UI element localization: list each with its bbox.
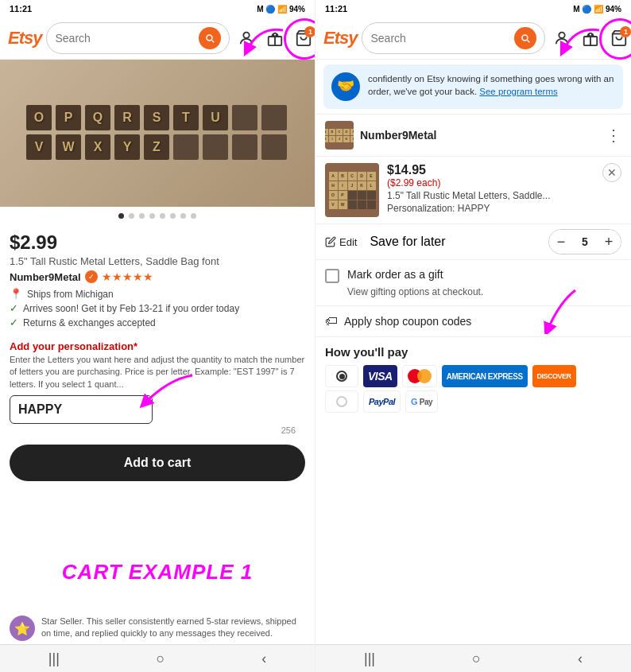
letter-o: O bbox=[26, 105, 52, 130]
letter-blank3 bbox=[173, 134, 199, 160]
left-cart-button[interactable]: 1 bbox=[292, 26, 316, 50]
product-title: 1.5" Tall Rustic Metal Letters, Saddle B… bbox=[10, 255, 305, 267]
cart-actions-row: Edit Save for later − 5 + bbox=[316, 224, 631, 260]
cart-item-details: $14.95 ($2.99 each) 1.5" Tall Rustic Met… bbox=[387, 163, 594, 214]
payment-icons-row2: PayPal G Pay bbox=[325, 390, 621, 413]
letter-v: V bbox=[26, 134, 52, 160]
right-nav-home-icon[interactable]: ○ bbox=[472, 651, 481, 667]
dot-6[interactable] bbox=[170, 213, 176, 219]
letter-blank2 bbox=[261, 105, 287, 130]
right-status-icons: M 🔵 📶 94% bbox=[573, 5, 621, 14]
banner-icon: 🤝 bbox=[331, 72, 360, 101]
banner-link[interactable]: See program terms bbox=[479, 87, 557, 96]
right-gift-button[interactable] bbox=[579, 26, 602, 50]
quantity-value: 5 bbox=[573, 235, 597, 248]
payment-section: How you'll pay VISA AMERICAN EXPRESS DIS… bbox=[316, 337, 631, 421]
right-search-input[interactable] bbox=[370, 32, 509, 45]
left-cart-badge: 1 bbox=[304, 26, 316, 37]
right-user-button[interactable] bbox=[550, 26, 574, 50]
remove-item-button[interactable]: ✕ bbox=[602, 163, 621, 182]
left-etsy-logo[interactable]: Etsy bbox=[8, 28, 41, 49]
dot-4[interactable] bbox=[149, 213, 155, 219]
left-search-button[interactable] bbox=[199, 27, 221, 49]
right-status-bar: 11:21 M 🔵 📶 94% bbox=[316, 0, 631, 17]
gift-checkbox[interactable] bbox=[325, 269, 339, 283]
letter-blank4 bbox=[203, 134, 228, 160]
personalization-title: Add your personalization* bbox=[10, 340, 305, 352]
add-to-cart-button[interactable]: Add to cart bbox=[10, 445, 305, 481]
right-etsy-logo[interactable]: Etsy bbox=[323, 28, 357, 49]
svg-point-3 bbox=[559, 33, 565, 38]
left-header: Etsy bbox=[0, 17, 315, 60]
dot-7[interactable] bbox=[180, 213, 186, 219]
search-icon bbox=[204, 33, 215, 44]
right-search-button[interactable] bbox=[514, 27, 536, 49]
gift-sublabel: View gifting options at checkout. bbox=[347, 286, 621, 297]
ships-from-text: Ships from Michigan bbox=[27, 289, 114, 300]
pay-discover[interactable]: DISCOVER bbox=[532, 365, 576, 387]
right-bottom-nav: ||| ○ ‹ bbox=[316, 644, 631, 672]
cart-price-sub: ($2.99 each) bbox=[387, 177, 594, 188]
pay-klarna-radio[interactable] bbox=[325, 365, 358, 387]
seller-menu-button[interactable]: ⋮ bbox=[606, 126, 621, 145]
gift-icon bbox=[266, 29, 284, 47]
pay-paypal[interactable]: PayPal bbox=[363, 390, 401, 413]
pay-other-radio[interactable] bbox=[325, 390, 358, 413]
personalization-input-display[interactable]: HAPPY bbox=[10, 395, 153, 424]
product-price: $2.99 bbox=[10, 231, 305, 254]
quantity-decrease[interactable]: − bbox=[549, 230, 573, 254]
left-status-bar: 11:21 M 🔵 📶 94% bbox=[0, 0, 315, 17]
cart-price-main: $14.95 bbox=[387, 163, 594, 177]
dot-1[interactable] bbox=[118, 213, 124, 219]
edit-button[interactable]: Edit bbox=[325, 236, 357, 248]
arrives-row: ✓ Arrives soon! Get it by Feb 13-21 if y… bbox=[10, 302, 305, 314]
arrives-text: Arrives soon! Get it by Feb 13-21 if you… bbox=[23, 303, 239, 314]
seller-name[interactable]: Number9Metal bbox=[10, 271, 81, 283]
dot-3[interactable] bbox=[139, 213, 145, 219]
product-info: $2.99 1.5" Tall Rustic Metal Letters, Sa… bbox=[0, 225, 315, 337]
review-text: Star Seller. This seller consistently ea… bbox=[41, 616, 305, 640]
right-nav-back-icon[interactable]: ‹ bbox=[578, 651, 583, 667]
seller-section: A B C D E H I J K L Number9Metal ⋮ bbox=[316, 114, 631, 157]
payment-title: How you'll pay bbox=[325, 345, 621, 359]
left-user-button[interactable] bbox=[234, 26, 258, 50]
dot-5[interactable] bbox=[160, 213, 165, 219]
left-search-input[interactable] bbox=[55, 32, 194, 45]
pay-mastercard[interactable] bbox=[402, 365, 437, 387]
edit-label: Edit bbox=[339, 236, 357, 248]
right-user-icon bbox=[553, 29, 571, 47]
edit-icon bbox=[325, 236, 336, 247]
letter-r: R bbox=[114, 105, 140, 130]
nav-menu-icon[interactable]: ||| bbox=[48, 651, 60, 667]
check-icon-returns: ✓ bbox=[10, 317, 18, 328]
nav-back-icon[interactable]: ‹ bbox=[261, 651, 266, 667]
right-cart-button[interactable]: 1 bbox=[607, 26, 631, 50]
ships-from-row: 📍 Ships from Michigan bbox=[10, 288, 305, 300]
seller-avatar: A B C D E H I J K L bbox=[325, 121, 354, 150]
letter-y: Y bbox=[114, 134, 140, 160]
nav-home-icon[interactable]: ○ bbox=[157, 651, 165, 667]
verified-badge: ✓ bbox=[85, 270, 98, 283]
product-image-area: O P Q R S T U V W X Y Z bbox=[0, 60, 315, 207]
left-search-bar[interactable] bbox=[46, 22, 230, 54]
letter-z: Z bbox=[144, 134, 169, 160]
char-count: 256 bbox=[19, 425, 296, 435]
right-nav-menu-icon[interactable]: ||| bbox=[364, 651, 375, 667]
gift-label: Mark order as a gift bbox=[347, 268, 443, 281]
gift-row: Mark order as a gift bbox=[325, 268, 621, 283]
coupon-icon: 🏷 bbox=[325, 314, 338, 328]
letter-x: X bbox=[85, 134, 110, 160]
right-cart-badge: 1 bbox=[620, 26, 631, 37]
save-later-button[interactable]: Save for later bbox=[370, 235, 445, 249]
seller-name-right[interactable]: Number9Metal bbox=[360, 129, 436, 142]
right-time: 11:21 bbox=[325, 4, 347, 14]
pay-gpay[interactable]: G Pay bbox=[405, 390, 438, 413]
quantity-increase[interactable]: + bbox=[597, 230, 621, 254]
pay-visa[interactable]: VISA bbox=[363, 365, 397, 387]
dot-2[interactable] bbox=[129, 213, 134, 219]
left-gift-button[interactable] bbox=[263, 26, 287, 50]
coupon-section[interactable]: 🏷 Apply shop coupon codes bbox=[316, 306, 631, 337]
dot-8[interactable] bbox=[191, 213, 196, 219]
pay-amex[interactable]: AMERICAN EXPRESS bbox=[442, 365, 528, 387]
right-search-bar[interactable] bbox=[362, 22, 545, 54]
